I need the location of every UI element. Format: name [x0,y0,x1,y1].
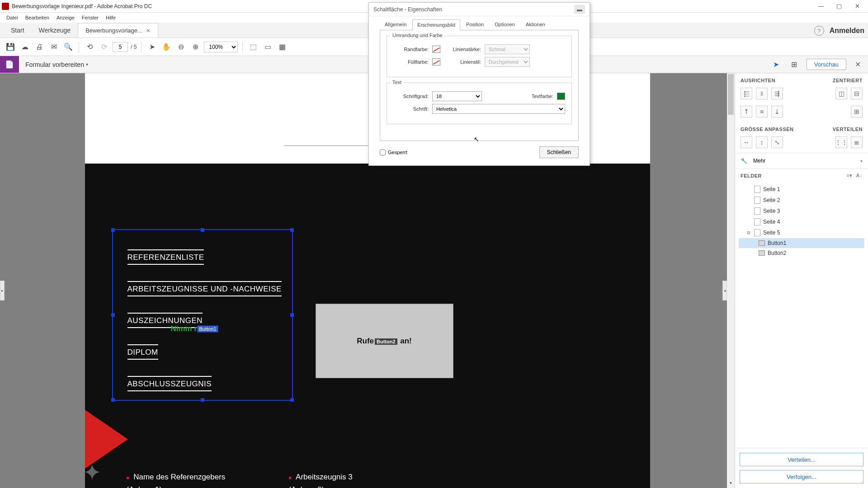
list-item: ARBEITSZEUGNISSE UND -NACHWEISE [127,281,282,296]
search-icon[interactable]: 🔍 [62,41,74,53]
scrollbar-thumb[interactable] [728,74,734,115]
dialog-tab-options[interactable]: Optionen [490,19,520,30]
list-item: ABSCHLUSSZEUGNIS [127,376,212,391]
tree-page[interactable]: ⊟Seite 5 [739,227,864,238]
size-height-icon[interactable]: ↕ [756,136,768,148]
button1-field-tag[interactable]: Button1 [197,325,219,333]
track-button[interactable]: Verfolgen... [740,470,863,483]
distribute-h-icon[interactable]: ⋮⋮ [835,136,847,148]
close-button[interactable]: ✕ [848,1,866,12]
vertical-scrollbar[interactable]: ▾ [727,73,735,488]
align-top-icon[interactable]: ⤒ [741,106,752,117]
size-both-icon[interactable]: ⤡ [771,136,783,148]
save-icon[interactable]: 💾 [5,41,16,53]
az-sort-icon[interactable]: A↓ [856,173,863,178]
align-center-h-icon[interactable]: ⫴ [756,88,768,99]
menu-file[interactable]: Datei [3,14,22,22]
tab-tools[interactable]: Werkzeuge [32,23,78,38]
menu-view[interactable]: Anzeige [53,14,78,22]
fit-width-icon[interactable]: ⬚ [247,41,259,53]
preview-button[interactable]: Vorschau [807,59,846,70]
hand-tool-icon[interactable]: ✋ [160,41,172,53]
dialog-tab-appearance[interactable]: Erscheinungsbild [412,19,460,30]
right-panel-toggle[interactable]: ◂ [722,281,727,300]
print-icon[interactable]: 🖨 [33,41,45,53]
maximize-button[interactable]: ▢ [830,1,848,12]
page-input[interactable] [113,42,128,52]
tree-page[interactable]: Seite 2 [739,195,864,206]
pointer-tool-icon[interactable]: ➤ [146,41,158,53]
formbar-close-icon[interactable]: ✕ [853,60,863,70]
dialog-title: Schaltfläche - Eigenschaften [373,6,442,13]
tree-page[interactable]: Seite 4 [739,216,864,227]
more-dropdown[interactable]: 🔧 Mehr ▾ [735,153,868,169]
locked-checkbox[interactable] [380,150,386,155]
tree-field-button1[interactable]: Button1 [739,238,864,248]
tab-document[interactable]: Bewerbungsvorlage... ✕ [78,23,158,38]
page-count: / 5 [131,44,137,50]
select-tool-icon[interactable]: ➤ [770,59,782,70]
distribute-button[interactable]: Verteilen... [740,453,863,466]
chevron-down-icon: ▾ [860,159,863,164]
button2-field-tag: Button2 [375,338,397,345]
dialog-tab-position[interactable]: Position [461,19,489,30]
zoom-in-icon[interactable]: ⊕ [189,41,201,53]
fill-color-swatch[interactable] [432,58,440,66]
fit-page-icon[interactable]: ▭ [262,41,274,53]
button2-field[interactable]: RufeButton2 an! [316,304,453,378]
form-mode-icon: 📄 [0,56,19,73]
cloud-icon[interactable]: ☁ [19,41,31,53]
tab-start[interactable]: Start [4,23,32,38]
textfield-tool-icon[interactable]: ⊞ [788,59,800,70]
left-panel-toggle[interactable]: ▸ [0,281,5,300]
font-size-label: Schriftgrad: [393,94,429,99]
properties-dialog: Schaltfläche - Eigenschaften ▬ Allgemein… [368,2,590,166]
font-select[interactable]: Helvetica [432,104,565,114]
size-width-icon[interactable]: ↔ [741,136,752,148]
zoom-select[interactable]: 100% [204,42,238,52]
document-view[interactable]: ▸ REFERENZENLISTE ARBEITSZEUGNISSE UND -… [0,73,735,488]
tab-document-label: Bewerbungsvorlage... [85,27,142,34]
watermark-icon [83,460,110,487]
font-label: Schrift: [393,106,429,112]
group-border-label: Umrandung und Farbe [391,33,444,38]
section-size: GRÖSSE ANPASSEN [741,127,794,132]
align-left-icon[interactable]: ⬱ [741,88,752,99]
more-label: Mehr [753,158,765,164]
text-color-swatch[interactable] [557,93,565,100]
center-both-icon[interactable]: ⊞ [851,106,863,117]
dialog-tab-general[interactable]: Allgemein [380,19,411,30]
dialog-close-button[interactable]: Schließen [539,146,579,158]
dialog-close-icon[interactable]: ▬ [574,5,585,14]
dialog-tab-actions[interactable]: Aktionen [521,19,550,30]
line-style-label: Linienstil: [449,59,481,65]
tree-page[interactable]: Seite 1 [739,184,864,195]
prev-page-icon[interactable]: ⟲ [84,41,95,53]
align-right-icon[interactable]: ⇶ [771,88,783,99]
tree-field-button2[interactable]: Button2 [739,248,864,258]
menu-help[interactable]: Hilfe [102,14,119,22]
font-size-select[interactable]: 18 [432,91,482,101]
form-mode-dropdown[interactable]: Formular vorbereiten [19,56,94,73]
distribute-v-icon[interactable]: ≣ [851,136,863,148]
tree-page[interactable]: Seite 3 [739,206,864,216]
login-link[interactable]: Anmelden [830,27,864,35]
page-display-icon[interactable]: ▦ [276,41,288,53]
minimize-button[interactable]: — [812,1,830,12]
fill-color-label: Füllfarbe: [393,59,429,65]
zoom-out-icon[interactable]: ⊖ [175,41,187,53]
border-color-swatch[interactable] [432,46,440,53]
tab-close-icon[interactable]: ✕ [146,28,151,34]
align-middle-icon[interactable]: ≡ [756,106,768,117]
center-v-icon[interactable]: ⊟ [851,88,863,99]
align-bottom-icon[interactable]: ⤓ [771,106,783,117]
mail-icon[interactable]: ✉ [48,41,60,53]
help-icon[interactable]: ? [814,26,824,36]
sort-icon[interactable]: ≡▾ [846,173,852,178]
scroll-down-icon[interactable]: ▾ [727,480,735,488]
next-page-icon[interactable]: ⟳ [98,41,110,53]
menu-edit[interactable]: Bearbeiten [22,14,53,22]
menu-window[interactable]: Fenster [78,14,102,22]
center-h-icon[interactable]: ◫ [835,88,847,99]
button2-text-pre: Rufe [357,337,374,345]
